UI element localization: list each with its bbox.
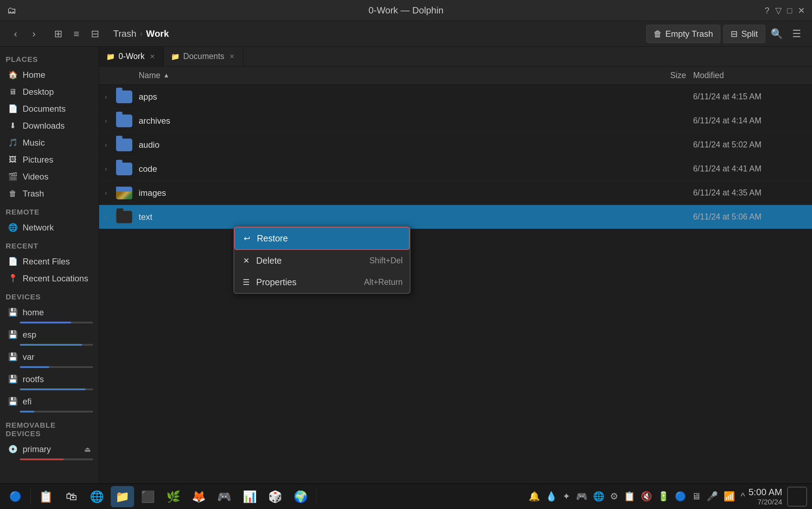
taskbar-app-firefox[interactable]: 🦊 — [187, 486, 211, 507]
context-menu-properties[interactable]: ☰ Properties Alt+Return — [234, 271, 410, 293]
taskbar-app-3[interactable]: 🛍 — [60, 486, 83, 507]
taskbar-globe-icon[interactable]: 🌐 — [591, 489, 606, 504]
sidebar-item-documents[interactable]: 📄 Documents — [2, 100, 97, 117]
file-row-text[interactable]: › text 6/11/24 at 5:06 AM — [99, 205, 812, 229]
file-row-audio[interactable]: › audio 6/11/24 at 5:02 AM — [99, 133, 812, 157]
menu-button[interactable]: ☰ — [788, 25, 805, 42]
taskbar-app-1[interactable]: 🔵 — [4, 486, 27, 507]
taskbar-app-net[interactable]: 🌍 — [289, 486, 312, 507]
file-row-archives[interactable]: › archives 6/11/24 at 4:14 AM — [99, 109, 812, 133]
taskbar-app-icon[interactable]: ✦ — [560, 489, 572, 504]
col-modified-header[interactable]: Modified — [693, 71, 806, 80]
sidebar-downloads-label: Downloads — [23, 121, 65, 131]
sidebar-item-network[interactable]: 🌐 Network — [2, 219, 97, 236]
efi-icon: 💾 — [8, 397, 18, 406]
taskbar-app-git[interactable]: 🌿 — [162, 486, 185, 507]
sidebar-item-rootfs[interactable]: 💾 rootfs — [2, 371, 97, 388]
col-size-header[interactable]: Size — [637, 71, 693, 80]
taskbar-volume-icon[interactable]: 🔇 — [639, 489, 654, 504]
taskbar-app-files[interactable]: 📁 — [111, 486, 134, 507]
primary-icon: 💿 — [8, 445, 18, 454]
sidebar-item-primary[interactable]: 💿 primary ⏏ — [2, 441, 97, 458]
taskbar-app-steam[interactable]: 🎮 — [213, 486, 236, 507]
sidebar-item-pictures[interactable]: 🖼 Pictures — [2, 151, 97, 168]
context-menu-delete[interactable]: ✕ Delete Shift+Del — [234, 250, 410, 271]
taskbar-wifi-icon[interactable]: 📶 — [721, 489, 737, 504]
tab-folder-icon-0: 📁 — [106, 52, 115, 61]
tab-documents[interactable]: 📁 Documents ✕ — [164, 47, 243, 66]
breadcrumb: Trash › Work — [113, 28, 642, 39]
close-icon[interactable]: ✕ — [798, 6, 805, 16]
tab-close-docs[interactable]: ✕ — [228, 51, 236, 62]
expand-text[interactable]: › — [105, 213, 116, 221]
view-icons-button[interactable]: ⊞ — [50, 25, 67, 42]
sidebar-item-music[interactable]: 🎵 Music — [2, 134, 97, 151]
sidebar-item-esp[interactable]: 💾 esp — [2, 326, 97, 343]
breadcrumb-trash[interactable]: Trash — [113, 28, 137, 39]
eject-icon[interactable]: ⏏ — [84, 445, 91, 454]
taskbar-clipboard-icon[interactable]: 📋 — [622, 489, 637, 504]
view-list-button[interactable]: ≡ — [68, 25, 85, 42]
sidebar-item-videos[interactable]: 🎬 Videos — [2, 168, 97, 185]
taskbar-battery-icon[interactable]: 🔋 — [656, 489, 671, 504]
expand-apps[interactable]: › — [105, 93, 116, 101]
sidebar-item-recent-files[interactable]: 📄 Recent Files — [2, 253, 97, 270]
help-icon[interactable]: ? — [765, 6, 769, 16]
expand-images[interactable]: › — [105, 189, 116, 197]
maximize-icon[interactable]: □ — [787, 6, 793, 16]
context-menu-restore[interactable]: ↩ Restore — [234, 227, 410, 250]
videos-icon: 🎬 — [8, 172, 18, 181]
titlebar: 🗂 0-Work — Dolphin ? ▽ □ ✕ — [0, 0, 812, 21]
var-storage-bar-fill — [20, 366, 49, 368]
sort-indicator: ▲ — [163, 72, 169, 79]
taskbar-bell-icon[interactable]: 🔔 — [526, 489, 542, 504]
taskbar-app-terminal[interactable]: ⬛ — [136, 486, 160, 507]
search-button[interactable]: 🔍 — [768, 25, 785, 42]
taskbar-app-browser[interactable]: 🌐 — [85, 486, 109, 507]
taskbar-app-2[interactable]: 📋 — [34, 486, 58, 507]
window-controls[interactable]: ? ▽ □ ✕ — [765, 6, 805, 16]
sidebar-item-trash[interactable]: 🗑 Trash — [2, 185, 97, 202]
tab-0-work[interactable]: 📁 0-Work ✕ — [99, 47, 164, 66]
tab-close-0[interactable]: ✕ — [148, 51, 156, 62]
empty-trash-button[interactable]: 🗑 Empty Trash — [646, 25, 721, 43]
file-modified-images: 6/11/24 at 4:35 AM — [693, 188, 806, 198]
taskbar-monitor-icon[interactable]: 🖥 — [690, 489, 703, 504]
file-row-images[interactable]: › images 6/11/24 at 4:35 AM — [99, 181, 812, 205]
taskbar-app-games[interactable]: 🎲 — [264, 486, 287, 507]
network-icon: 🌐 — [8, 223, 18, 232]
sidebar-item-desktop[interactable]: 🖥 Desktop — [2, 83, 97, 100]
minimize-icon[interactable]: ▽ — [775, 6, 782, 16]
expand-code[interactable]: › — [105, 165, 116, 173]
split-button[interactable]: ⊟ Split — [723, 25, 765, 43]
taskbar-right: 🔔 💧 ✦ 🎮 🌐 ⚙ 📋 🔇 🔋 🔵 🖥 🎤 📶 ^ 5:00 AM 7/20… — [526, 487, 808, 507]
sidebar-item-recent-locations[interactable]: 📍 Recent Locations — [2, 270, 97, 287]
expand-audio[interactable]: › — [105, 141, 116, 149]
sidebar-item-home-device[interactable]: 💾 home — [2, 304, 97, 321]
sidebar-network-label: Network — [23, 223, 54, 233]
file-row-code[interactable]: › code 6/11/24 at 4:41 AM — [99, 157, 812, 181]
sidebar-item-downloads[interactable]: ⬇ Downloads — [2, 117, 97, 134]
forward-button[interactable]: › — [25, 25, 42, 42]
taskbar-mic-icon[interactable]: 🎤 — [704, 489, 720, 504]
sidebar-item-var[interactable]: 💾 var — [2, 349, 97, 365]
file-name-audio: audio — [139, 140, 637, 150]
file-row-apps[interactable]: › apps 6/11/24 at 4:15 AM — [99, 85, 812, 109]
taskbar-app-charts[interactable]: 📊 — [238, 486, 261, 507]
taskbar-chevron-icon[interactable]: ^ — [738, 489, 747, 504]
expand-archives[interactable]: › — [105, 117, 116, 125]
col-name-header[interactable]: Name ▲ — [139, 71, 637, 80]
view-split-button[interactable]: ⊟ — [86, 25, 103, 42]
sidebar-item-efi[interactable]: 💾 efi — [2, 393, 97, 410]
taskbar-dropbox-icon[interactable]: 💧 — [543, 489, 559, 504]
taskbar-bluetooth-icon[interactable]: 🔵 — [673, 489, 688, 504]
sidebar-item-home[interactable]: 🏠 Home — [2, 66, 97, 83]
taskbar-clock[interactable]: 5:00 AM 7/20/24 — [749, 487, 782, 506]
show-desktop-button[interactable] — [787, 487, 807, 507]
esp-storage-bar-fill — [20, 344, 82, 346]
taskbar-steam-tray-icon[interactable]: 🎮 — [574, 489, 589, 504]
tab-label-0: 0-Work — [119, 52, 145, 61]
back-button[interactable]: ‹ — [7, 25, 24, 42]
efi-storage-bar — [20, 411, 93, 413]
taskbar-settings-icon[interactable]: ⚙ — [608, 489, 620, 504]
